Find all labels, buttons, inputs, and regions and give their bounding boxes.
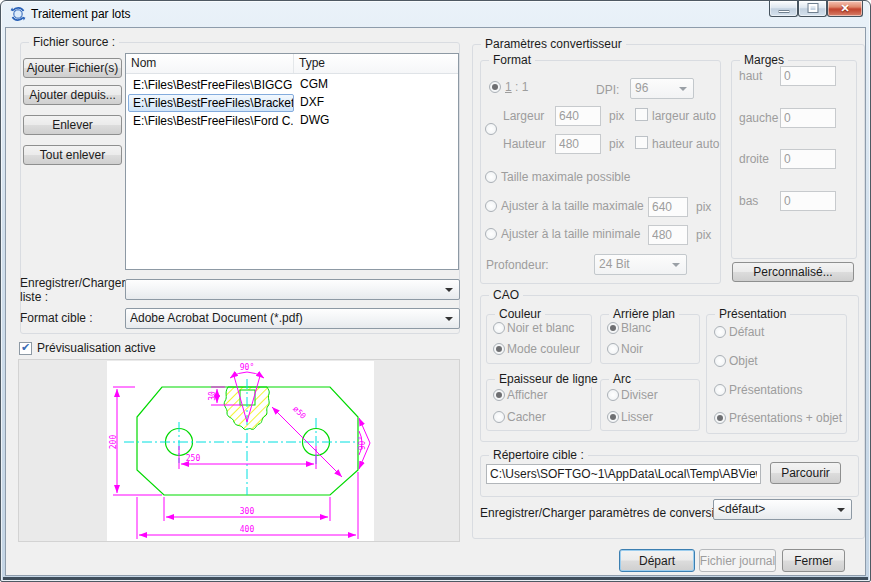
source-files-group-label: Fichier source : [29, 35, 119, 50]
background-group-label: Arrière plan [609, 307, 679, 322]
margin-left-input [780, 108, 836, 128]
layout-layouts-radio [714, 384, 726, 396]
scale-1-1-radio [489, 81, 501, 93]
bg-black-radio [607, 343, 619, 355]
target-format-label: Format cible : [20, 311, 93, 325]
save-load-params-value: <défaut> [718, 502, 833, 516]
angle-right-label: 90° [358, 436, 367, 450]
file-row[interactable]: E:\Files\BestFreeFiles\BIGCG... CGM [128, 76, 456, 94]
arc-smooth-label: Lisser [621, 410, 653, 424]
width-label: Largeur [503, 109, 544, 123]
dim-250-label: 250 [186, 454, 201, 463]
fit-min-radio [485, 228, 497, 240]
lw-show-label: Afficher [507, 388, 547, 402]
dialog-window: Traitement par lots ✕ Fichier source : A… [0, 0, 871, 582]
arc-divide-label: Diviser [621, 388, 658, 402]
target-dir-label: Répertoire cible : [489, 448, 588, 463]
converter-params-group-label: Paramètres convertisseur [481, 37, 626, 52]
file-type: CGM [294, 76, 328, 94]
fit-max-input [648, 197, 688, 217]
close-button[interactable]: ✕ [827, 1, 863, 17]
max-possible-label: Taille maximale possible [501, 170, 630, 184]
layout-layouts-label: Présentations [729, 383, 802, 397]
file-name: E:\Files\BestFreeFiles\BIGCG... [128, 76, 294, 94]
format-group-label: Format [489, 53, 535, 68]
fit-max-radio [485, 200, 497, 212]
file-list: Nom Type E:\Files\BestFreeFiles\BIGCG...… [125, 53, 459, 270]
lw-hide-label: Cacher [507, 410, 546, 424]
file-list-header: Nom Type [126, 54, 458, 74]
height-auto-checkbox [635, 136, 648, 149]
chevron-down-icon [445, 288, 453, 292]
width-auto-checkbox [635, 108, 648, 121]
app-icon [10, 6, 26, 22]
width-pix-label: pix [609, 109, 624, 123]
margin-right-label: droite [739, 152, 769, 166]
dpi-label: DPI: [596, 83, 619, 97]
color-mode-label: Mode couleur [507, 342, 580, 356]
fit-min-label: Ajuster à la taille minimale [501, 227, 640, 241]
width-input [555, 106, 601, 126]
preview-active-label: Prévisualisation active [37, 341, 156, 355]
margin-top-input [780, 66, 836, 86]
save-load-params-combo[interactable]: <défaut> [713, 499, 852, 520]
target-dir-input[interactable] [486, 464, 761, 484]
start-button[interactable]: Départ [619, 549, 695, 572]
close-dialog-button[interactable]: Fermer [782, 549, 845, 572]
custom-size-radio [485, 123, 497, 135]
layout-object-radio [714, 355, 726, 367]
depth-value: 24 Bit [599, 257, 668, 271]
preview-drawing: 200 250 300 400 30 ø50 90° 90° [107, 361, 374, 541]
close-icon: ✕ [828, 1, 862, 16]
column-header-type[interactable]: Type [294, 54, 458, 73]
maximize-button[interactable] [798, 1, 827, 17]
file-name: E:\Files\BestFreeFiles\Ford C... [128, 112, 294, 130]
browse-button[interactable]: Parcourir [770, 462, 841, 484]
save-load-params-label: Enregistrer/Charger paramètres de conver… [480, 506, 734, 520]
remove-button[interactable]: Enlever [23, 115, 122, 135]
remove-all-button[interactable]: Tout enlever [23, 145, 122, 165]
height-label: Hauteur [503, 137, 546, 151]
file-row-selected[interactable]: E:\Files\BestFreeFiles\Bracket... DXF [128, 94, 456, 112]
height-auto-label: hauteur auto [652, 137, 719, 151]
bg-black-label: Noir [621, 342, 643, 356]
layout-object-label: Objet [729, 354, 758, 368]
fit-min-pix-label: pix [696, 228, 711, 242]
fit-max-pix-label: pix [696, 200, 711, 214]
arc-group-label: Arc [609, 372, 635, 387]
layout-layouts-object-radio [714, 412, 726, 424]
column-header-name[interactable]: Nom [126, 54, 294, 73]
dim-30-label: 30 [208, 391, 217, 401]
add-from-button[interactable]: Ajouter depuis... [23, 85, 122, 105]
color-mode-radio [493, 343, 505, 355]
height-input [555, 134, 601, 154]
file-row[interactable]: E:\Files\BestFreeFiles\Ford C... DWG [128, 112, 456, 130]
target-format-combo[interactable]: Adobe Acrobat Document (*.pdf) [125, 308, 460, 329]
dim-200-label: 200 [109, 435, 118, 450]
file-name: E:\Files\BestFreeFiles\Bracket... [128, 94, 294, 112]
lw-hide-radio [493, 411, 505, 423]
target-format-value: Adobe Acrobat Document (*.pdf) [130, 311, 441, 325]
chevron-down-icon [672, 263, 680, 267]
height-pix-label: pix [609, 137, 624, 151]
chevron-down-icon [445, 317, 453, 321]
layout-layouts-object-label: Présentations + objet [729, 411, 842, 425]
minimize-icon [778, 10, 789, 13]
chevron-down-icon [679, 87, 687, 91]
preview-active-checkbox[interactable] [19, 342, 32, 355]
scale-rest: : 1 [512, 80, 529, 94]
minimize-button[interactable] [769, 1, 798, 17]
add-files-button[interactable]: Ajouter Fichier(s) [23, 58, 122, 78]
line-weight-group-label: Epaisseur de ligne [495, 372, 602, 387]
save-load-list-combo[interactable] [125, 279, 460, 300]
window-title: Traitement par lots [31, 7, 131, 21]
arc-divide-radio [607, 389, 619, 401]
layout-default-radio [714, 326, 726, 338]
maximize-icon [808, 4, 817, 12]
angle-top-label: 90° [240, 363, 254, 372]
title-bar[interactable]: Traitement par lots ✕ [1, 1, 870, 27]
custom-margins-button[interactable]: Perconnalisé... [732, 262, 854, 282]
scale-1-1-label: 1 : 1 [505, 80, 528, 94]
dim-300-label: 300 [240, 507, 255, 516]
scale-underline: 1 [505, 80, 512, 94]
